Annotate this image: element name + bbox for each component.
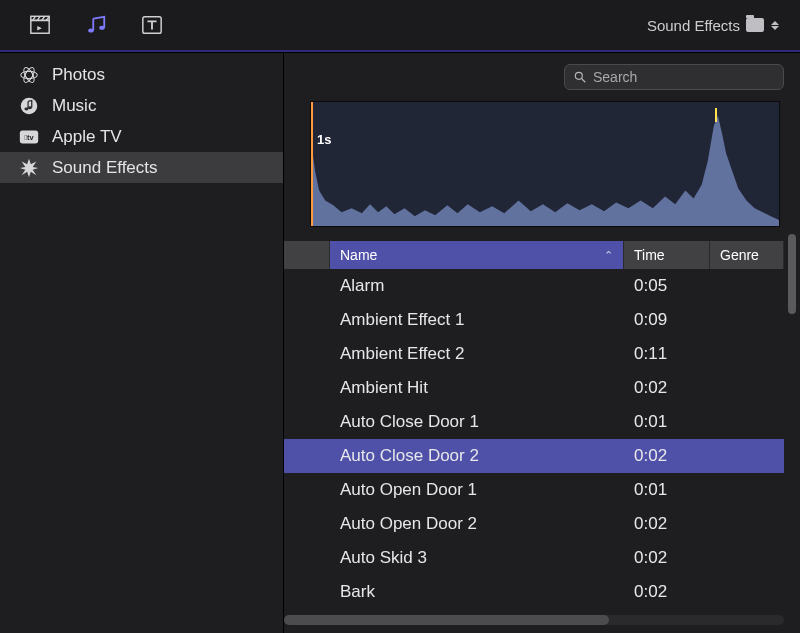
tab-group <box>4 0 180 50</box>
table-row[interactable]: Auto Open Door 10:01 <box>284 473 784 507</box>
main-split: Photos Music 🣿tv Apple TV So <box>0 53 800 633</box>
cell-time: 0:02 <box>624 378 710 398</box>
table-row[interactable]: Auto Skid 30:02 <box>284 541 784 575</box>
cell-name: Alarm <box>330 276 624 296</box>
column-header-preicon[interactable] <box>284 241 330 269</box>
cell-name: Bark <box>330 582 624 602</box>
svg-point-6 <box>21 71 38 78</box>
cell-time: 0:09 <box>624 310 710 330</box>
cell-time: 0:02 <box>624 548 710 568</box>
cell-name: Ambient Hit <box>330 378 624 398</box>
svg-point-9 <box>21 97 38 114</box>
cell-name: Ambient Effect 2 <box>330 344 624 364</box>
content-pane: 1s Name ⌃ Time Genre Alarm0:05Ambient Ef… <box>284 53 800 633</box>
vertical-scrollbar-thumb[interactable] <box>788 234 796 314</box>
music-icon <box>18 95 40 117</box>
playhead-marker <box>715 108 717 122</box>
cell-name: Auto Close Door 1 <box>330 412 624 432</box>
sidebar-item-label: Photos <box>52 65 105 85</box>
svg-point-2 <box>88 28 94 32</box>
music-notes-icon <box>84 14 108 36</box>
table-header: Name ⌃ Time Genre <box>284 241 784 269</box>
svg-rect-0 <box>31 20 49 33</box>
cell-time: 0:11 <box>624 344 710 364</box>
sidebar-item-photos[interactable]: Photos <box>0 59 283 90</box>
table-row[interactable]: Ambient Hit0:02 <box>284 371 784 405</box>
breadcrumb-label: Sound Effects <box>647 17 740 34</box>
table-row[interactable]: Bark0:02 <box>284 575 784 609</box>
titles-icon <box>140 14 164 36</box>
cell-name: Auto Open Door 2 <box>330 514 624 534</box>
waveform-icon <box>311 102 779 226</box>
folder-icon <box>746 18 764 32</box>
sidebar-item-label: Music <box>52 96 96 116</box>
svg-text:🣿tv: 🣿tv <box>24 132 34 141</box>
column-label: Name <box>340 247 377 263</box>
stepper-updown-icon <box>770 21 780 30</box>
sidebar-item-appletv[interactable]: 🣿tv Apple TV <box>0 121 283 152</box>
svg-line-15 <box>582 79 586 83</box>
sidebar-item-label: Sound Effects <box>52 158 158 178</box>
cell-name: Auto Skid 3 <box>330 548 624 568</box>
column-header-time[interactable]: Time <box>624 241 710 269</box>
table-row[interactable]: Ambient Effect 20:11 <box>284 337 784 371</box>
sidebar-item-label: Apple TV <box>52 127 122 147</box>
table-body[interactable]: Alarm0:05Ambient Effect 10:09Ambient Eff… <box>284 269 784 609</box>
column-header-genre[interactable]: Genre <box>710 241 784 269</box>
cell-time: 0:02 <box>624 582 710 602</box>
cell-name: Auto Close Door 2 <box>330 446 624 466</box>
sort-ascending-icon: ⌃ <box>604 249 613 262</box>
cell-time: 0:02 <box>624 446 710 466</box>
search-input[interactable] <box>564 64 784 90</box>
column-label: Genre <box>720 247 759 263</box>
burst-icon <box>18 157 40 179</box>
cell-time: 0:01 <box>624 480 710 500</box>
tab-audio[interactable] <box>68 0 124 50</box>
tab-titles[interactable] <box>124 0 180 50</box>
scrollbar-thumb[interactable] <box>284 615 609 625</box>
svg-point-3 <box>99 26 105 30</box>
horizontal-scrollbar[interactable] <box>284 615 784 625</box>
tab-media[interactable] <box>12 0 68 50</box>
waveform-time-label: 1s <box>317 132 331 147</box>
column-label: Time <box>634 247 665 263</box>
waveform-preview[interactable]: 1s <box>310 101 780 227</box>
table-row[interactable]: Alarm0:05 <box>284 269 784 303</box>
table-row[interactable]: Auto Close Door 20:02 <box>284 439 784 473</box>
search-field[interactable] <box>593 69 775 85</box>
sidebar-item-music[interactable]: Music <box>0 90 283 121</box>
svg-point-14 <box>575 72 582 79</box>
column-header-name[interactable]: Name ⌃ <box>330 241 624 269</box>
top-tab-bar: Sound Effects <box>0 0 800 50</box>
search-row <box>284 53 800 101</box>
sidebar: Photos Music 🣿tv Apple TV So <box>0 53 284 633</box>
sidebar-item-sound-effects[interactable]: Sound Effects <box>0 152 283 183</box>
search-icon <box>573 70 587 84</box>
cell-time: 0:02 <box>624 514 710 534</box>
playhead[interactable] <box>311 102 313 226</box>
cell-time: 0:01 <box>624 412 710 432</box>
clapperboard-icon <box>28 14 52 36</box>
table-row[interactable]: Auto Open Door 20:02 <box>284 507 784 541</box>
cell-time: 0:05 <box>624 276 710 296</box>
cell-name: Auto Open Door 1 <box>330 480 624 500</box>
photos-icon <box>18 64 40 86</box>
table-row[interactable]: Ambient Effect 10:09 <box>284 303 784 337</box>
table-row[interactable]: Auto Close Door 10:01 <box>284 405 784 439</box>
appletv-icon: 🣿tv <box>18 126 40 148</box>
breadcrumb-dropdown[interactable]: Sound Effects <box>647 17 796 34</box>
cell-name: Ambient Effect 1 <box>330 310 624 330</box>
